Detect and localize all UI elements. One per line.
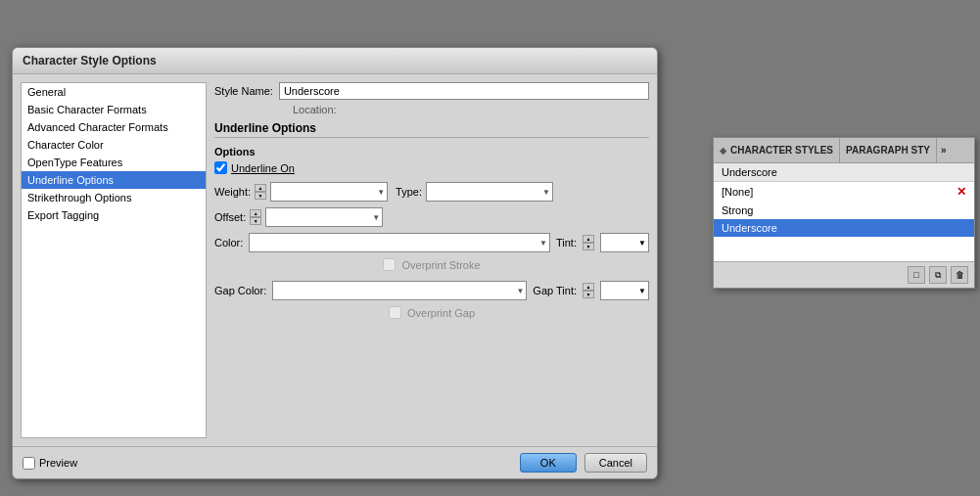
new-style-button[interactable]: □ xyxy=(908,266,925,284)
offset-arrow-icon: ▼ xyxy=(372,213,380,222)
preview-group: Preview xyxy=(23,457,77,470)
trash-icon: 🗑 xyxy=(956,270,964,280)
tint-spin-up[interactable]: ▲ xyxy=(583,235,594,243)
list-item-general[interactable]: General xyxy=(22,83,206,101)
color-label: Color: xyxy=(214,237,243,248)
weight-label: Weight: xyxy=(214,186,251,198)
tint-dropdown[interactable]: ▼ xyxy=(600,233,649,252)
weight-arrow-icon: ▼ xyxy=(377,188,385,197)
color-tint-row: Color: ▼ Tint: ▲ ▼ ▼ xyxy=(214,233,649,252)
weight-field-group: Weight: ▲ ▼ ▼ xyxy=(214,182,388,202)
tint-spin-down[interactable]: ▼ xyxy=(583,243,594,250)
char-panel-footer: □ ⧉ 🗑 xyxy=(714,261,974,288)
char-style-none[interactable]: [None] ✕ xyxy=(714,182,974,202)
tab-paragraph-styles[interactable]: PARAGRAPH STY xyxy=(840,138,937,162)
options-label: Options xyxy=(214,146,649,158)
dialog-footer: Preview OK Cancel xyxy=(13,446,657,478)
character-style-options-dialog: Character Style Options General Basic Ch… xyxy=(12,47,658,479)
list-item-opentype[interactable]: OpenType Features xyxy=(22,154,206,171)
gap-color-dropdown[interactable]: ▼ xyxy=(272,281,527,300)
list-item-strikethrough[interactable]: Strikethrough Options xyxy=(22,189,206,206)
color-dropdown[interactable]: ▼ xyxy=(249,233,550,252)
gap-color-tint-row: Gap Color: ▼ Gap Tint: ▲ ▼ ▼ xyxy=(214,281,649,300)
location-row: Location: xyxy=(214,104,649,115)
gap-tint-spin-down[interactable]: ▼ xyxy=(583,291,594,298)
overprint-stroke-checkbox[interactable] xyxy=(383,258,396,271)
duplicate-page-icon: ⧉ xyxy=(935,270,941,281)
list-item-advanced[interactable]: Advanced Character Formats xyxy=(22,118,206,136)
gap-tint-arrow-icon: ▼ xyxy=(638,287,646,295)
char-panel-list: Underscore [None] ✕ Strong Underscore xyxy=(714,163,974,261)
weight-spinner[interactable]: ▲ ▼ xyxy=(255,184,266,200)
location-label: Location: xyxy=(293,104,337,115)
gap-tint-label: Gap Tint: xyxy=(533,285,577,296)
style-name-row: Style Name: xyxy=(214,82,649,100)
gap-tint-spinner[interactable]: ▲ ▼ xyxy=(583,283,594,298)
overprint-stroke-row: Overprint Stroke xyxy=(214,258,649,271)
underline-on-row: Underline On xyxy=(214,161,649,174)
char-style-strong[interactable]: Strong xyxy=(714,202,974,219)
preview-checkbox[interactable] xyxy=(23,457,35,470)
list-item-basic[interactable]: Basic Character Formats xyxy=(22,101,206,118)
tab-character-styles[interactable]: ◆ CHARACTER STYLES xyxy=(714,138,840,162)
overprint-gap-label: Overprint Gap xyxy=(407,307,475,319)
char-style-strong-label: Strong xyxy=(722,204,753,216)
gap-tint-dropdown[interactable]: ▼ xyxy=(600,281,649,300)
cancel-button[interactable]: Cancel xyxy=(584,453,647,473)
preview-label: Preview xyxy=(39,457,77,469)
gap-color-label: Gap Color: xyxy=(214,285,266,296)
char-section-header: Underscore xyxy=(714,163,974,182)
type-label: Type: xyxy=(396,186,422,198)
tint-spinner[interactable]: ▲ ▼ xyxy=(583,235,594,250)
char-style-none-label: [None] xyxy=(722,186,753,198)
weight-dropdown[interactable]: ▼ xyxy=(270,182,388,202)
right-panel: Style Name: Location: Underline Options … xyxy=(214,82,649,438)
type-dropdown[interactable]: ▼ xyxy=(426,182,553,202)
offset-field-group: Offset: ▲ ▼ ▼ xyxy=(214,207,383,227)
character-styles-panel: ◆ CHARACTER STYLES PARAGRAPH STY » Under… xyxy=(713,137,975,289)
overprint-gap-checkbox[interactable] xyxy=(389,306,401,319)
offset-dropdown[interactable]: ▼ xyxy=(265,207,383,227)
new-page-icon: □ xyxy=(913,270,918,280)
offset-spin-down[interactable]: ▼ xyxy=(250,217,261,225)
char-tab-icon: ◆ xyxy=(720,146,726,156)
char-panel-tabs: ◆ CHARACTER STYLES PARAGRAPH STY » xyxy=(714,138,974,163)
weight-type-row: Weight: ▲ ▼ ▼ Type: ▼ xyxy=(214,182,649,202)
tab-more[interactable]: » xyxy=(937,138,951,162)
gap-color-arrow-icon: ▼ xyxy=(516,287,524,295)
overprint-gap-row: Overprint Gap xyxy=(214,306,649,319)
delete-style-button[interactable]: 🗑 xyxy=(951,266,968,284)
gap-tint-spin-up[interactable]: ▲ xyxy=(583,283,594,291)
delete-none-icon[interactable]: ✕ xyxy=(957,185,966,199)
offset-spinner[interactable]: ▲ ▼ xyxy=(250,209,261,225)
tint-arrow-icon: ▼ xyxy=(638,239,646,248)
ok-button[interactable]: OK xyxy=(520,453,577,473)
underline-on-label: Underline On xyxy=(231,162,295,174)
style-name-label: Style Name: xyxy=(214,85,273,97)
weight-spin-up[interactable]: ▲ xyxy=(255,184,266,192)
style-name-input[interactable] xyxy=(279,82,649,100)
type-arrow-icon: ▼ xyxy=(542,188,550,197)
section-title: Underline Options xyxy=(214,121,649,138)
offset-label: Offset: xyxy=(214,211,246,223)
color-arrow-icon: ▼ xyxy=(539,239,547,248)
char-styles-list: [None] ✕ Strong Underscore xyxy=(714,182,974,237)
list-item-color[interactable]: Character Color xyxy=(22,136,206,154)
underline-on-checkbox[interactable] xyxy=(214,161,227,174)
offset-row: Offset: ▲ ▼ ▼ xyxy=(214,207,649,227)
list-item-underline[interactable]: Underline Options xyxy=(22,171,206,189)
duplicate-style-button[interactable]: ⧉ xyxy=(929,266,947,284)
left-panel: General Basic Character Formats Advanced… xyxy=(21,82,207,438)
tint-label: Tint: xyxy=(556,237,577,248)
dialog-title: Character Style Options xyxy=(13,48,657,74)
offset-spin-up[interactable]: ▲ xyxy=(250,209,261,217)
char-style-underscore-label: Underscore xyxy=(722,222,777,234)
char-tab-label: CHARACTER STYLES xyxy=(730,145,833,156)
overprint-stroke-label: Overprint Stroke xyxy=(401,259,480,271)
left-panel-list: General Basic Character Formats Advanced… xyxy=(22,83,206,224)
char-style-underscore[interactable]: Underscore xyxy=(714,219,974,237)
weight-spin-down[interactable]: ▼ xyxy=(255,192,266,200)
list-item-export[interactable]: Export Tagging xyxy=(22,206,206,224)
para-tab-label: PARAGRAPH STY xyxy=(846,145,930,156)
type-field-group: Type: ▼ xyxy=(396,182,553,202)
